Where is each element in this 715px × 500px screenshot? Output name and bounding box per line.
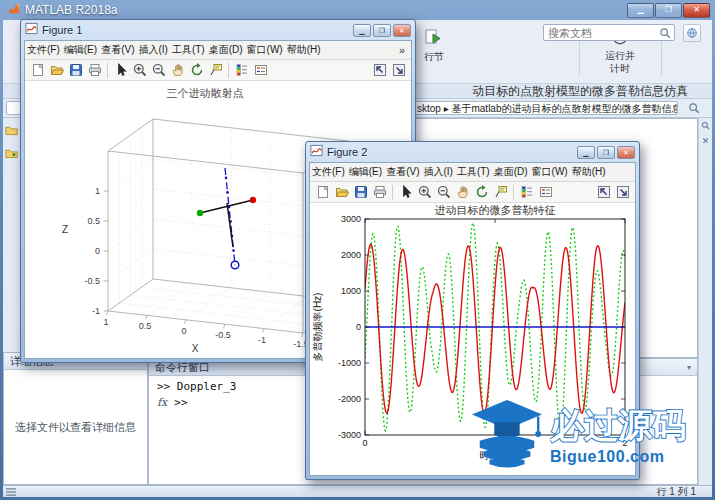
maximize-button[interactable]: ❐ — [597, 146, 615, 159]
menu-item-desktop[interactable]: 桌面(D) — [207, 41, 245, 59]
open-file-icon[interactable] — [332, 183, 351, 201]
zoom-in-icon[interactable] — [130, 61, 149, 79]
folder-icon[interactable] — [5, 122, 18, 140]
zoom-in-icon[interactable] — [415, 183, 434, 201]
figure2-toolbar — [310, 182, 635, 203]
menu-overflow-icon[interactable]: » — [399, 44, 411, 56]
figure-icon — [25, 21, 38, 39]
menu-item-tools[interactable]: 工具(T) — [455, 163, 492, 181]
pan-hand-icon[interactable] — [168, 61, 187, 79]
svg-text:-0.5: -0.5 — [84, 276, 100, 286]
search-icon[interactable] — [701, 121, 710, 132]
svg-text:1: 1 — [103, 317, 108, 327]
print-icon[interactable] — [85, 61, 104, 79]
new-file-icon[interactable] — [313, 183, 332, 201]
figure2-title: Figure 2 — [327, 146, 367, 158]
pan-hand-icon[interactable] — [453, 183, 472, 201]
svg-text:2000: 2000 — [341, 250, 361, 260]
save-file-icon[interactable] — [66, 61, 85, 79]
figure2-titlebar[interactable]: Figure 2 ▁ ❐ ✕ — [306, 142, 639, 162]
minimize-button[interactable]: ▁ — [577, 146, 595, 159]
close-button[interactable]: ✕ — [617, 146, 635, 159]
toolbar-separator — [107, 63, 108, 78]
svg-text:-0.5: -0.5 — [215, 330, 231, 340]
zoom-out-icon[interactable] — [149, 61, 168, 79]
insert-colorbar-icon[interactable] — [517, 183, 536, 201]
svg-text:多普勒频率(Hz): 多普勒频率(Hz) — [312, 293, 323, 362]
details-panel: 详细信息 ▾ 选择文件以查看详细信息 — [3, 352, 148, 485]
details-empty-text: 选择文件以查看详细信息 — [4, 370, 147, 484]
menu-item-help[interactable]: 帮助(H) — [285, 41, 323, 59]
menu-item-tools[interactable]: 工具(T) — [170, 41, 207, 59]
print-icon[interactable] — [370, 183, 389, 201]
toolbar-separator — [513, 185, 514, 200]
minimize-button[interactable]: ▁ — [627, 3, 654, 18]
rotate-3d-icon[interactable] — [472, 183, 491, 201]
svg-text:0.5: 0.5 — [87, 216, 100, 226]
insert-colorbar-icon[interactable] — [232, 61, 251, 79]
menu-item-file[interactable]: 文件(F) — [310, 163, 347, 181]
data-cursor-icon[interactable] — [206, 61, 225, 79]
figure1-toolbar — [25, 60, 411, 81]
insert-legend-icon[interactable] — [251, 61, 270, 79]
menu-item-window[interactable]: 窗口(W) — [245, 41, 285, 59]
hide-plot-tools-icon[interactable] — [370, 61, 389, 79]
cursor-icon[interactable] — [111, 61, 130, 79]
details-toggle-icon[interactable] — [5, 487, 17, 497]
insert-legend-icon[interactable] — [536, 183, 555, 201]
search-icon[interactable] — [659, 27, 674, 39]
menu-item-window[interactable]: 窗口(W) — [530, 163, 570, 181]
zoom-out-icon[interactable] — [434, 183, 453, 201]
maximize-button[interactable]: ❐ — [373, 24, 391, 37]
maximize-button[interactable]: ❐ — [655, 3, 682, 18]
svg-text:1000: 1000 — [341, 286, 361, 296]
svg-text:0: 0 — [95, 246, 100, 256]
svg-text:-2000: -2000 — [338, 394, 361, 404]
menu-item-view[interactable]: 查看(V) — [384, 163, 421, 181]
panel-menu-icon[interactable]: ▾ — [687, 363, 691, 372]
run-section-icon — [425, 28, 443, 49]
open-file-icon[interactable] — [47, 61, 66, 79]
figure2-menubar: 文件(F)编辑(E)查看(V)插入(I)工具(T)桌面(D)窗口(W)帮助(H) — [310, 163, 635, 182]
hide-plot-tools-icon[interactable] — [594, 183, 613, 201]
doc-search-box — [543, 24, 675, 41]
svg-text:0: 0 — [181, 326, 186, 336]
menu-item-help[interactable]: 帮助(H) — [570, 163, 608, 181]
menu-item-edit[interactable]: 编辑(E) — [62, 41, 99, 59]
cursor-icon[interactable] — [396, 183, 415, 201]
show-plot-tools-icon[interactable] — [389, 61, 408, 79]
menu-item-edit[interactable]: 编辑(E) — [347, 163, 384, 181]
svg-text:1: 1 — [95, 186, 100, 196]
community-icon[interactable] — [683, 24, 701, 42]
svg-text:Z: Z — [62, 224, 68, 235]
matlab-logo-icon — [7, 1, 20, 19]
run-section-button[interactable]: 行节 — [409, 28, 459, 80]
new-folder-icon[interactable] — [5, 145, 18, 163]
figure1-title: Figure 1 — [42, 24, 82, 36]
watermark-brand: 必过源码 — [550, 406, 686, 444]
menu-item-insert[interactable]: 插入(I) — [421, 163, 454, 181]
menu-item-desktop[interactable]: 桌面(D) — [492, 163, 530, 181]
graduation-cap-logo-icon — [468, 396, 546, 476]
search-folder-icon[interactable] — [687, 101, 701, 115]
show-plot-tools-icon[interactable] — [613, 183, 632, 201]
menu-item-view[interactable]: 查看(V) — [99, 41, 136, 59]
close-button[interactable]: ✕ — [683, 3, 710, 18]
main-window-title: MATLAB R2018a — [25, 3, 118, 17]
watermark-site: Bigue100.com — [550, 448, 702, 466]
close-panel-icon[interactable]: ✕ — [702, 136, 710, 146]
cursor-position: 行 1 列 1 — [657, 486, 696, 497]
save-file-icon[interactable] — [351, 183, 370, 201]
figure1-titlebar[interactable]: Figure 1 ▁ ❐ ✕ — [21, 20, 415, 40]
close-button[interactable]: ✕ — [393, 24, 411, 37]
data-cursor-icon[interactable] — [491, 183, 510, 201]
svg-text:-1: -1 — [258, 335, 266, 345]
svg-text:0: 0 — [356, 322, 361, 332]
svg-text:三个进动散射点: 三个进动散射点 — [167, 87, 244, 99]
menu-item-insert[interactable]: 插入(I) — [136, 41, 169, 59]
rotate-3d-icon[interactable] — [187, 61, 206, 79]
menu-item-file[interactable]: 文件(F) — [25, 41, 62, 59]
new-file-icon[interactable] — [28, 61, 47, 79]
doc-search-input[interactable] — [544, 27, 659, 39]
minimize-button[interactable]: ▁ — [353, 24, 371, 37]
